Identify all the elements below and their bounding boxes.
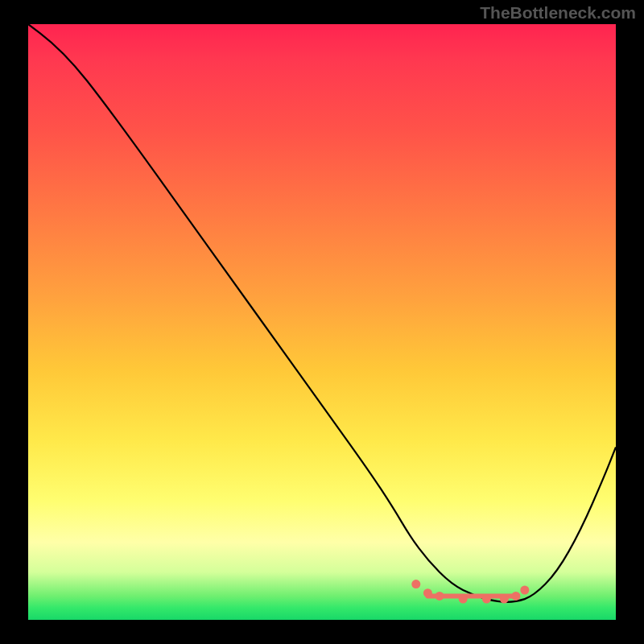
optimal-dot [411,580,420,588]
watermark-text: TheBottleneck.com [480,3,636,23]
optimal-dot [500,595,509,604]
optimal-dot [511,592,520,601]
optimal-dot [436,592,444,601]
bottleneck-curve [28,24,616,602]
optimal-dot [482,595,491,604]
optimal-range-dots [411,580,529,604]
optimal-dot [423,588,432,597]
chart-plot-area [28,24,616,620]
chart-svg [28,24,616,620]
optimal-dot [459,595,468,604]
optimal-dot [520,586,529,595]
